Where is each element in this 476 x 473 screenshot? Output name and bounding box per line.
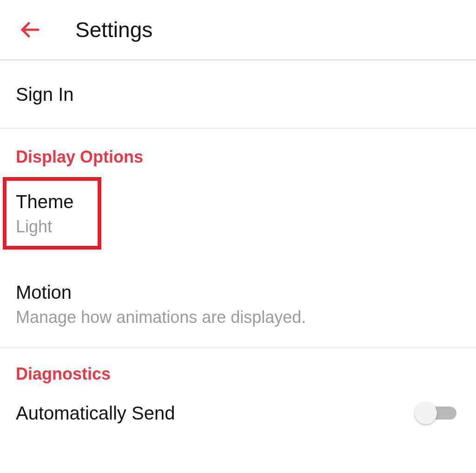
auto-send-toggle[interactable] [415, 402, 456, 424]
section-header-display-options: Display Options [0, 129, 476, 178]
motion-row[interactable]: Motion Manage how animations are display… [0, 261, 476, 348]
page-title: Settings [75, 17, 152, 42]
section-header-diagnostics: Diagnostics [0, 348, 476, 392]
motion-title: Motion [16, 281, 306, 304]
toggle-knob [415, 402, 437, 424]
theme-title: Theme [16, 190, 74, 213]
motion-subtitle: Manage how animations are displayed. [16, 307, 306, 328]
signin-label: Sign In [16, 83, 74, 106]
auto-send-row: Automatically Send [0, 392, 476, 436]
header-bar: Settings [0, 0, 476, 60]
back-arrow-icon[interactable] [18, 18, 42, 42]
theme-value: Light [16, 216, 74, 237]
auto-send-title: Automatically Send [16, 401, 175, 425]
theme-row[interactable]: Theme Light [0, 178, 476, 261]
signin-row[interactable]: Sign In [0, 60, 476, 129]
